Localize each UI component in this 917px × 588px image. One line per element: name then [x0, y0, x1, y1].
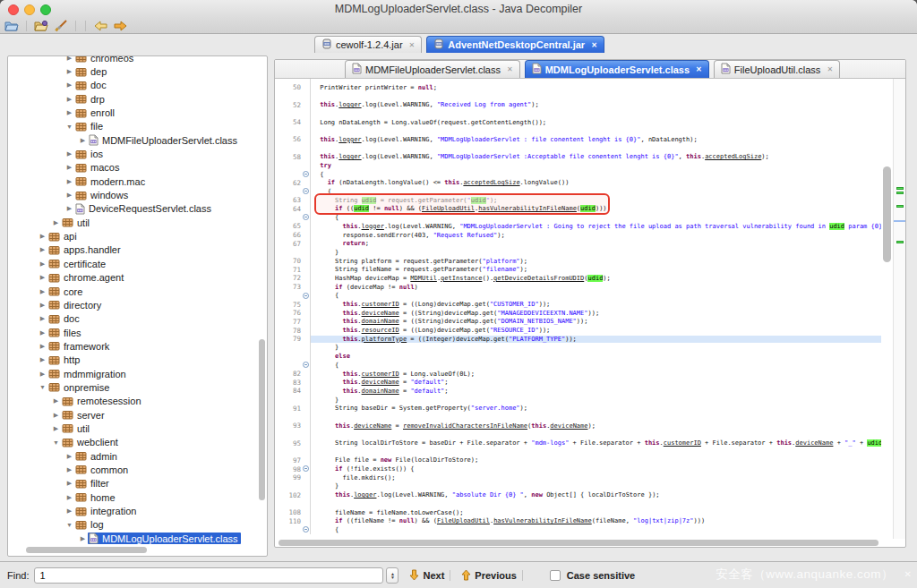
code-line-78[interactable]: 78 this.resourceID = ((Long)deviceMap.ge… [275, 326, 881, 335]
chevron-right-icon[interactable]: ▶ [38, 343, 47, 350]
find-history-stepper[interactable]: ▲▼ [386, 567, 399, 584]
forward-arrow-icon[interactable] [113, 19, 127, 32]
chevron-right-icon[interactable]: ▶ [64, 480, 74, 487]
code-line[interactable]: { [275, 292, 881, 301]
chevron-right-icon[interactable]: ▶ [78, 535, 88, 542]
code-line-71[interactable]: 71 String fileName = request.getParamete… [275, 265, 881, 274]
tree-item-util[interactable]: ▶util [8, 216, 267, 229]
tab-close-icon[interactable]: ✕ [409, 41, 416, 49]
tree-item-drp[interactable]: ▶drp [8, 92, 267, 106]
search-hit-marker[interactable] [896, 187, 904, 190]
code-line-76[interactable]: 76 this.deviceName = ((String)deviceMap.… [275, 309, 881, 318]
code-line[interactable] [275, 109, 881, 118]
tree-item-enroll[interactable]: ▶enroll [8, 106, 267, 119]
tree-item-home[interactable]: ▶home [8, 490, 267, 504]
chevron-right-icon[interactable]: ▶ [51, 425, 61, 432]
code-line-77[interactable]: 77 this.domainName = ((String)deviceMap.… [275, 318, 881, 327]
code-line[interactable]: else [275, 352, 881, 361]
code-line-83[interactable]: 83 this.deviceName = "default"; [275, 378, 881, 387]
chevron-right-icon[interactable]: ▶ [38, 356, 47, 363]
search-hit-marker[interactable] [896, 241, 904, 243]
tab-close-icon[interactable]: ✕ [591, 41, 597, 49]
code-line-95[interactable]: 95 String localDirToStore = baseDir + Fi… [275, 439, 881, 447]
tree-item-integration[interactable]: ▶integration [8, 504, 267, 517]
tree-item-admin[interactable]: ▶admin [8, 449, 267, 463]
code-line-72[interactable]: 72 HashMap deviceMap = MDMUtil.getInstan… [275, 274, 881, 283]
fold-collapse-icon[interactable] [303, 362, 309, 368]
code-line-56[interactable]: 56 this.logger.log(Level.WARNING, "MDMLo… [275, 135, 881, 144]
chevron-right-icon[interactable]: ▶ [38, 233, 47, 240]
tree-item-devicerequestservlet-class[interactable]: ▶DeviceRequestServlet.class [8, 202, 267, 216]
search-hit-marker[interactable] [896, 205, 904, 208]
open-file-icon[interactable] [4, 19, 19, 32]
code-line[interactable]: { [275, 525, 881, 534]
scrollbar-thumb[interactable] [883, 166, 891, 262]
search-hit-marker[interactable] [896, 192, 904, 194]
code-line-63[interactable]: 63 String udid = request.getParameter("u… [275, 196, 881, 205]
chevron-right-icon[interactable]: ▶ [38, 315, 47, 322]
tree-item-filter[interactable]: ▶filter [8, 477, 267, 490]
code-editor[interactable]: 50 PrintWriter printWriter = null;52 thi… [275, 79, 881, 539]
code-line[interactable]: } [275, 248, 881, 257]
chevron-right-icon[interactable]: ▶ [64, 68, 74, 75]
code-line-67[interactable]: 67 return; [275, 239, 881, 248]
chevron-right-icon[interactable]: ▶ [64, 150, 74, 158]
code-line-91[interactable]: 91 String baseDir = System.getProperty("… [275, 404, 881, 413]
code-line[interactable]: try [275, 161, 881, 170]
fold-collapse-icon[interactable] [303, 293, 309, 299]
chevron-right-icon[interactable]: ▶ [64, 55, 74, 62]
code-horizontal-scrollbar[interactable] [279, 540, 878, 546]
tree-item-doc[interactable]: ▶doc [8, 79, 267, 92]
tree-item-modern-mac[interactable]: ▶modern.mac [8, 175, 267, 188]
tree-item-mdmfileuploaderservlet-class[interactable]: ▶MDMFileUploaderServlet.class [8, 133, 267, 147]
chevron-right-icon[interactable]: ▶ [64, 494, 74, 501]
tree-item-certificate[interactable]: ▶certificate [8, 257, 267, 270]
code-line-102[interactable]: 102 this.logger.log(Level.WARNING, "abso… [275, 490, 881, 499]
tab-close-icon[interactable]: ✕ [696, 65, 702, 73]
chevron-right-icon[interactable]: ▶ [38, 329, 47, 337]
tree-item-webclient[interactable]: ▼webclient [8, 436, 267, 449]
chevron-down-icon[interactable]: ▼ [51, 439, 61, 446]
code-line-82[interactable]: 82 this.customerID = Long.valueOf(0L); [275, 370, 881, 379]
tab-class-mdmloguploaderservlet-class[interactable]: MDMLogUploaderServlet.class✕ [525, 60, 709, 78]
code-line-97[interactable]: 97 File file = new File(localDirToStore)… [275, 456, 881, 465]
sidebar-vertical-scrollbar[interactable] [259, 339, 265, 500]
tree-item-chrome-agent[interactable]: ▶chrome.agent [8, 271, 267, 285]
tree-item-chromeos[interactable]: ▶chromeos [8, 55, 267, 64]
code-line-58[interactable]: 58 this.logger.log(Level.WARNING, "MDMLo… [275, 153, 881, 162]
chevron-right-icon[interactable]: ▶ [64, 81, 74, 89]
code-line[interactable]: { [275, 213, 881, 222]
tree-item-onpremise[interactable]: ▼onpremise [8, 380, 267, 394]
chevron-right-icon[interactable]: ▶ [64, 507, 74, 515]
tab-jar-adventnetdesktopcentral-jar[interactable]: AdventNetDesktopCentral.jar✕ [426, 36, 604, 53]
chevron-right-icon[interactable]: ▶ [51, 397, 61, 405]
code-line-70[interactable]: 70 String platform = request.getParamete… [275, 257, 881, 266]
chevron-right-icon[interactable]: ▶ [38, 302, 47, 309]
code-line[interactable] [275, 499, 881, 508]
chevron-right-icon[interactable]: ▶ [38, 288, 47, 295]
code-line-79[interactable]: 79 this.platformType = ((Integer)deviceM… [275, 335, 881, 344]
tree-item-directory[interactable]: ▶directory [8, 298, 267, 311]
code-line[interactable] [275, 126, 881, 135]
tree-item-mdmloguploaderservlet-class[interactable]: ▶MDMLogUploaderServlet.class [8, 532, 267, 545]
code-line[interactable]: } [275, 482, 881, 491]
tree-item-dep[interactable]: ▶dep [8, 64, 267, 78]
tree-item-http[interactable]: ▶http [8, 354, 267, 367]
tree-item-doc[interactable]: ▶doc [8, 312, 267, 326]
fold-collapse-icon[interactable] [303, 526, 309, 533]
chevron-right-icon[interactable]: ▶ [64, 192, 74, 199]
code-line-93[interactable]: 93 this.deviceName = removeInvalidCharac… [275, 422, 881, 430]
case-sensitive-checkbox[interactable] [550, 570, 561, 581]
chevron-right-icon[interactable]: ▶ [64, 466, 74, 473]
chevron-right-icon[interactable]: ▶ [38, 246, 47, 253]
chevron-down-icon[interactable]: ▼ [64, 124, 74, 130]
overview-ruler[interactable] [893, 79, 905, 539]
tree-item-apps-handler[interactable]: ▶apps.handler [8, 243, 267, 257]
tree-item-server[interactable]: ▶server [8, 408, 267, 422]
code-line-66[interactable]: 66 response.sendError(403, "Request Refu… [275, 231, 881, 240]
tab-close-icon[interactable]: ✕ [827, 65, 833, 73]
find-previous-icon[interactable] [461, 569, 471, 581]
code-line[interactable]: { [275, 361, 881, 370]
code-line[interactable]: } [275, 396, 881, 405]
code-line[interactable] [275, 430, 881, 439]
